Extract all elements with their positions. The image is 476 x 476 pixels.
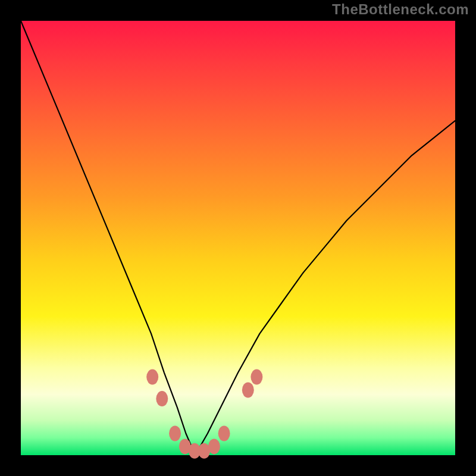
plot-background xyxy=(21,21,455,455)
curve-marker xyxy=(242,383,254,398)
chart-stage: TheBottleneck.com xyxy=(0,0,476,476)
bottleneck-chart xyxy=(0,0,476,476)
curve-marker xyxy=(208,439,220,454)
curve-marker xyxy=(169,426,181,441)
curve-marker xyxy=(156,391,168,406)
curve-marker xyxy=(218,426,230,441)
watermark-text: TheBottleneck.com xyxy=(332,1,469,18)
curve-marker xyxy=(146,369,158,385)
curve-marker xyxy=(250,369,262,385)
